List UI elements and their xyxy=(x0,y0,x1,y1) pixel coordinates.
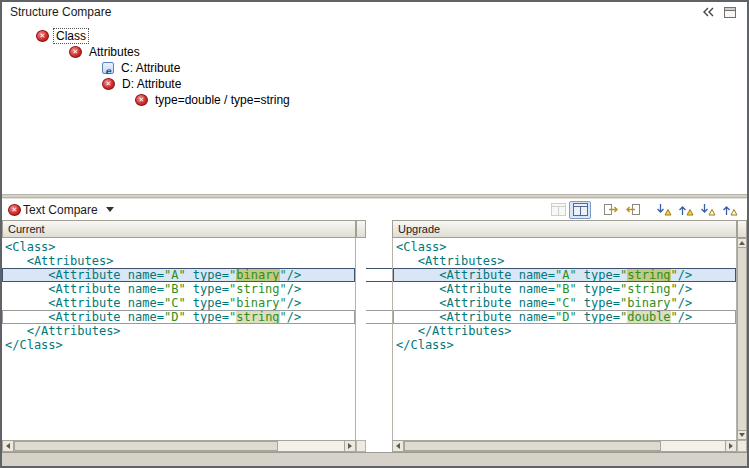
left-horizontal-scrollbar[interactable] xyxy=(2,440,356,452)
copy-right-to-left-icon[interactable] xyxy=(622,201,644,219)
down-arrow-glyph xyxy=(739,433,745,437)
code-segment: /> xyxy=(287,268,301,282)
collapse-icon[interactable] xyxy=(697,3,719,21)
scroll-up-icon[interactable] xyxy=(737,238,747,248)
code-segment: <Class> xyxy=(5,240,56,254)
structure-compare-title: Structure Compare xyxy=(10,5,111,19)
view-menu-icon[interactable] xyxy=(719,3,741,21)
code-segment: <Attribute name= xyxy=(5,268,164,282)
tree-item[interactable]: type=double / type=string xyxy=(2,92,747,108)
next-change-icon[interactable] xyxy=(697,201,719,219)
structure-compare-panel: Structure Compare ClassAttributesC: Attr… xyxy=(2,2,747,194)
diff-code-line[interactable]: <Attribute name="A" type="string"/> xyxy=(393,268,736,282)
code-segment: <Attribute name= xyxy=(396,282,555,296)
code-segment: type= xyxy=(577,268,620,282)
compare-pane-headers: Current Upgrade xyxy=(2,220,747,238)
header-gutter xyxy=(366,220,392,238)
code-segment: /> xyxy=(287,296,301,310)
code-line[interactable]: <Attributes> xyxy=(2,254,355,268)
tree-item-label: D: Attribute xyxy=(120,77,183,91)
pane-sync-icon[interactable] xyxy=(569,201,591,219)
right-arrow-glyph xyxy=(729,443,733,449)
code-segment: type= xyxy=(577,282,620,296)
left-hscroll-track[interactable] xyxy=(14,441,344,451)
structure-tree: ClassAttributesC: AttributeD: Attributet… xyxy=(2,22,747,194)
previous-change-icon[interactable] xyxy=(719,201,741,219)
compare-editor-window: Structure Compare ClassAttributesC: Attr… xyxy=(0,0,749,468)
code-line[interactable]: </Class> xyxy=(2,338,355,352)
icon-glyph xyxy=(678,203,694,216)
next-difference-icon[interactable] xyxy=(653,201,675,219)
pane-view-icon[interactable] xyxy=(547,201,569,219)
change-icon xyxy=(8,204,21,216)
icon-glyph xyxy=(551,203,566,216)
text-compare-panel: Text Compare Current Upgrade <Class> <At… xyxy=(2,198,747,452)
diff-code-line[interactable]: <Attribute name="D" type="double"/> xyxy=(393,310,736,324)
tree-item[interactable]: C: Attribute xyxy=(2,60,747,76)
scroll-right-icon[interactable] xyxy=(344,441,355,451)
code-segment: /> xyxy=(287,310,301,324)
right-pane-header-corner xyxy=(737,220,747,238)
tree-item[interactable]: Class xyxy=(2,28,747,44)
code-segment: "A" xyxy=(555,268,577,282)
code-line[interactable]: </Class> xyxy=(393,338,736,352)
code-segment: </Class> xyxy=(396,338,454,352)
attribute-icon xyxy=(102,62,114,74)
code-line[interactable]: <Attribute name="C" type="binary"/> xyxy=(393,296,736,310)
code-segment: " xyxy=(280,268,287,282)
viewer-menu-dropdown[interactable] xyxy=(102,207,118,212)
code-line[interactable]: <Attribute name="C" type="binary"/> xyxy=(2,296,355,310)
code-line[interactable]: </Attributes> xyxy=(393,324,736,338)
code-segment: <Attribute name= xyxy=(396,310,555,324)
code-segment: "A" xyxy=(164,268,186,282)
left-pane-header-corner xyxy=(356,220,366,238)
scroll-right-icon[interactable] xyxy=(725,441,736,451)
code-line[interactable]: <Attribute name="B" type="string"/> xyxy=(2,282,355,296)
code-line[interactable]: <Class> xyxy=(393,240,736,254)
code-line[interactable]: </Attributes> xyxy=(2,324,355,338)
structure-toolbar xyxy=(697,3,741,21)
code-segment: " xyxy=(671,268,678,282)
scroll-left-icon[interactable] xyxy=(3,441,14,451)
code-segment: <Class> xyxy=(396,240,447,254)
left-scroll-corner xyxy=(356,440,366,452)
left-hscroll-thumb[interactable] xyxy=(14,441,278,451)
tree-item[interactable]: D: Attribute xyxy=(2,76,747,92)
code-segment: "C" xyxy=(555,296,577,310)
vertical-scrollbar[interactable] xyxy=(737,238,747,440)
code-line[interactable]: <Attributes> xyxy=(393,254,736,268)
right-code-pane[interactable]: <Class> <Attributes> <Attribute name="A"… xyxy=(392,238,737,440)
text-compare-title: Text Compare xyxy=(23,203,98,217)
code-line[interactable]: <Attribute name="B" type="string"/> xyxy=(393,282,736,296)
right-horizontal-scrollbar[interactable] xyxy=(392,440,737,452)
up-arrow-glyph xyxy=(739,241,745,245)
icon-glyph xyxy=(700,203,716,216)
diff-code-line[interactable]: <Attribute name="D" type="string"/> xyxy=(2,310,355,324)
scroll-left-icon[interactable] xyxy=(393,441,404,451)
code-segment: /> xyxy=(678,296,692,310)
code-segment: type= xyxy=(186,310,229,324)
copy-left-to-right-icon[interactable] xyxy=(600,201,622,219)
diff-connector-gutter xyxy=(366,238,392,440)
right-hscroll-track[interactable] xyxy=(404,441,725,451)
diff-code-line[interactable]: <Attribute name="A" type="binary"/> xyxy=(2,268,355,282)
icon-glyph xyxy=(625,203,641,216)
vertical-scroll-thumb[interactable] xyxy=(737,248,747,430)
code-line[interactable]: <Class> xyxy=(2,240,355,254)
code-segment: <Attribute name= xyxy=(5,296,164,310)
change-icon xyxy=(69,46,82,58)
icon-glyph xyxy=(701,6,715,18)
icon-glyph xyxy=(722,203,738,216)
left-code-pane[interactable]: <Class> <Attributes> <Attribute name="A"… xyxy=(2,238,356,440)
code-segment: "binary" xyxy=(229,296,287,310)
diff-token: string xyxy=(627,268,670,282)
tree-item[interactable]: Attributes xyxy=(2,44,747,60)
previous-difference-icon[interactable] xyxy=(675,201,697,219)
code-segment: /> xyxy=(678,282,692,296)
right-hscroll-thumb[interactable] xyxy=(404,441,661,451)
scroll-down-icon[interactable] xyxy=(737,430,747,440)
code-segment: <Attribute name= xyxy=(5,310,164,324)
code-segment: </Class> xyxy=(5,338,63,352)
structure-compare-titlebar: Structure Compare xyxy=(2,2,747,22)
code-segment: "D" xyxy=(164,310,186,324)
